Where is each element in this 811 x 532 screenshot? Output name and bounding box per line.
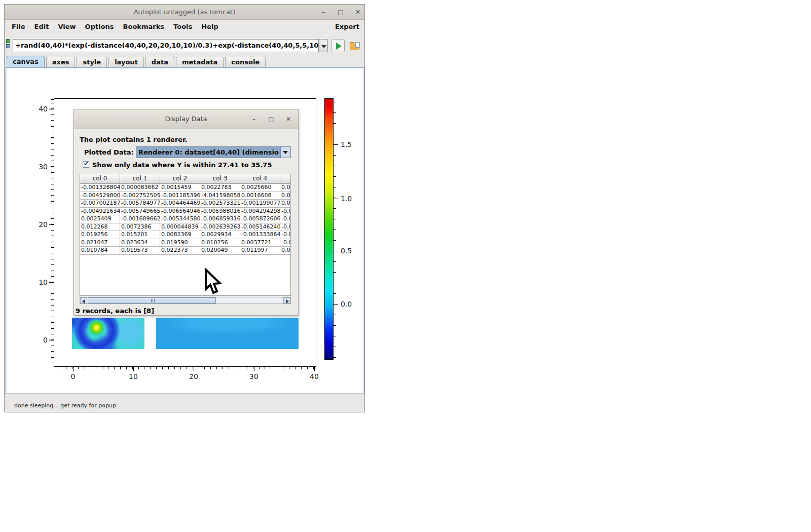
table-cell[interactable]: -0.001185396... — [160, 192, 200, 200]
table-row[interactable]: 0.012268 0.0072386 0.000044839 -0.002639… — [80, 223, 290, 232]
menu-file[interactable]: File — [5, 23, 30, 30]
table-cell[interactable]: 0.019573 — [120, 247, 160, 255]
table-row[interactable]: -0.001328804... 0.000083662 0.0015459 0.… — [80, 184, 290, 192]
combobox-arrow-button[interactable] — [280, 147, 290, 158]
dialog-maximize-icon[interactable]: ▢ — [266, 114, 276, 124]
dialog-minimize-icon[interactable]: – — [249, 114, 259, 124]
table-cell[interactable]: 0.010256 — [200, 239, 240, 247]
table-cell[interactable]: -0.001328804... — [80, 184, 120, 192]
tab-data[interactable]: data — [145, 57, 174, 67]
uri-input[interactable]: +rand(40,40)*(exp(-distance(40,40,20,20,… — [13, 39, 319, 52]
dialog-titlebar[interactable]: Display Data – ▢ ✕ — [74, 109, 298, 129]
table-cell[interactable]: 0.00 — [280, 184, 290, 192]
expert-toggle[interactable]: Expert — [335, 23, 364, 30]
table-cell[interactable]: 0.0082369 — [160, 231, 200, 239]
table-horizontal-scrollbar[interactable] — [80, 297, 291, 304]
table-cell[interactable]: -0.005988016... — [200, 208, 240, 216]
table-cell[interactable]: -0.005749665... — [120, 208, 160, 216]
table-cell[interactable]: -0.004921634... — [80, 208, 120, 216]
table-cell[interactable]: 0.015201 — [120, 231, 160, 239]
table-cell[interactable]: -0.0 — [280, 223, 290, 232]
table-cell[interactable]: 0.011997 — [240, 247, 280, 255]
table-cell[interactable]: -0.002639263... — [200, 223, 240, 232]
tab-console[interactable]: console — [225, 57, 266, 67]
menu-tools[interactable]: Tools — [169, 23, 197, 30]
menu-bookmarks[interactable]: Bookmarks — [119, 23, 169, 30]
table-cell[interactable]: -0.007002187... — [80, 200, 120, 208]
tab-metadata[interactable]: metadata — [176, 57, 224, 67]
menu-help[interactable]: Help — [197, 23, 223, 30]
table-cell[interactable]: -0.002573321... — [200, 200, 240, 208]
table-cell[interactable]: -0.005146240... — [240, 223, 280, 232]
table-row[interactable]: 0.021047 0.023634 0.019590 0.010256 0.00… — [80, 239, 290, 247]
table-cell[interactable]: 0.000083662 — [120, 184, 160, 192]
table-cell[interactable]: 0.023634 — [120, 239, 160, 247]
minimize-icon[interactable]: – — [318, 7, 328, 17]
table-row[interactable]: -0.004529800... -0.002752505... -0.00118… — [80, 192, 290, 200]
dialog-close-icon[interactable]: ✕ — [283, 114, 293, 124]
menu-options[interactable]: Options — [81, 23, 119, 30]
tab-canvas[interactable]: canvas — [7, 56, 45, 67]
menu-edit[interactable]: Edit — [30, 23, 54, 30]
table-cell[interactable]: -0.001199077... — [240, 200, 280, 208]
table-cell[interactable]: 0.020049 — [200, 247, 240, 255]
table-cell[interactable]: 0.021047 — [80, 239, 120, 247]
table-cell[interactable]: 0.010784 — [80, 247, 120, 255]
table-row[interactable]: 0.0025409 -0.001689662... -0.005344580..… — [80, 215, 290, 223]
tab-style[interactable]: style — [77, 57, 107, 67]
table-row[interactable]: 0.019256 0.015201 0.0082369 0.0029934 -0… — [80, 231, 290, 239]
data-table[interactable]: col 0 col 1 col 2 col 3 col 4 -0.0013288… — [80, 174, 291, 296]
table-cell[interactable]: 0.00 — [280, 200, 290, 208]
table-cell[interactable]: -0.0 — [280, 215, 290, 223]
col-header[interactable]: col 1 — [120, 174, 160, 183]
table-cell[interactable]: 0.019590 — [160, 239, 200, 247]
tab-axes[interactable]: axes — [46, 57, 76, 67]
table-row[interactable]: 0.010784 0.019573 0.022373 0.020049 0.01… — [80, 247, 290, 255]
table-cell[interactable]: -0.004294298... — [240, 208, 280, 216]
scrollbar-thumb[interactable] — [88, 297, 216, 303]
table-cell[interactable]: -0.0 — [280, 239, 290, 247]
col-header[interactable]: col 0 — [80, 174, 120, 183]
table-cell[interactable]: 0.0022783 — [200, 184, 240, 192]
table-cell[interactable]: -0.006564946... — [160, 208, 200, 216]
uri-dropdown-button[interactable] — [319, 39, 328, 52]
close-icon[interactable]: ✕ — [353, 7, 363, 17]
table-cell[interactable]: -0.005344580... — [160, 215, 200, 223]
table-cell[interactable]: -0.004464469... — [160, 200, 200, 208]
filter-checkbox[interactable]: ✔ — [83, 161, 89, 168]
menu-view[interactable]: View — [53, 23, 80, 30]
table-row[interactable]: -0.007002187... -0.005784977... -0.00446… — [80, 200, 290, 208]
table-cell[interactable]: 0.0016608 — [240, 192, 280, 200]
col-header[interactable] — [280, 174, 290, 183]
table-cell[interactable]: 0.00 — [280, 247, 290, 255]
table-cell[interactable]: 0.019256 — [80, 231, 120, 239]
go-button[interactable] — [331, 39, 345, 52]
table-cell[interactable]: 0.0025660 — [240, 184, 280, 192]
tab-layout[interactable]: layout — [108, 57, 144, 67]
plot-canvas[interactable]: 40 30 20 10 0 0 10 20 30 40 — [6, 67, 364, 395]
table-cell[interactable]: -0.0 — [280, 208, 290, 216]
table-cell[interactable]: -0.006859316... — [200, 215, 240, 223]
table-cell[interactable]: 0.0072386 — [120, 223, 160, 232]
table-cell[interactable]: -4.041598058... — [200, 192, 240, 200]
window-titlebar[interactable]: Autoplot untagged (as tomcat) – ▢ ✕ — [5, 5, 364, 20]
table-cell[interactable]: 0.0025409 — [80, 215, 120, 223]
table-cell[interactable]: 0.000044839 — [160, 223, 200, 232]
table-cell[interactable]: -0.0 — [280, 231, 290, 239]
maximize-icon[interactable]: ▢ — [336, 7, 346, 17]
col-header[interactable]: col 4 — [240, 174, 280, 183]
table-cell[interactable]: -0.001689662... — [120, 215, 160, 223]
inspect-uri-button[interactable] — [347, 39, 360, 52]
table-row[interactable]: -0.004921634... -0.005749665... -0.00656… — [80, 208, 290, 216]
table-cell[interactable]: -0.002752505... — [120, 192, 160, 200]
scroll-left-button[interactable] — [80, 297, 87, 303]
plotted-data-combobox[interactable]: Renderer 0: dataset[40,40] (dimension... — [136, 146, 291, 158]
table-cell[interactable]: 0.0015459 — [160, 184, 200, 192]
table-cell[interactable]: 0.012268 — [80, 223, 120, 232]
table-cell[interactable]: 0.00 — [280, 192, 290, 200]
col-header[interactable]: col 3 — [200, 174, 240, 183]
table-cell[interactable]: -0.005784977... — [120, 200, 160, 208]
table-cell[interactable]: -0.004529800... — [80, 192, 120, 200]
table-cell[interactable]: -0.001333864... — [240, 231, 280, 239]
col-header[interactable]: col 2 — [160, 174, 200, 183]
